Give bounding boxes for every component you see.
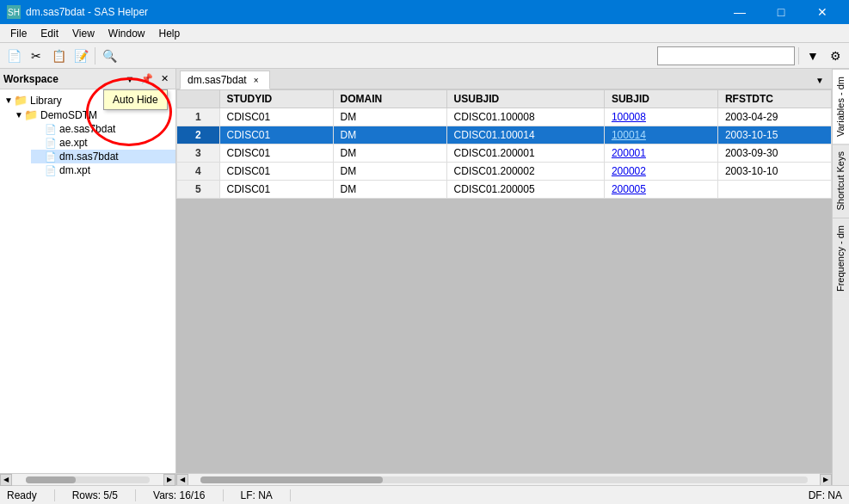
toolbar-cut-btn[interactable]: ✂ [26, 46, 46, 66]
cell-rownum: 4 [177, 163, 220, 181]
h-scrollbar[interactable]: ◀ ▶ [176, 473, 832, 485]
h-scroll-right[interactable]: ▶ [820, 474, 832, 486]
subjid-link[interactable]: 100014 [612, 129, 646, 141]
status-bar: Ready Rows: 5/5 Vars: 16/16 LF: NA DF: N… [0, 485, 849, 504]
ws-scroll-left[interactable]: ◀ [0, 474, 12, 486]
tab-close-btn[interactable]: × [250, 74, 262, 86]
tab-dm-sas7bdat[interactable]: dm.sas7bdat × [180, 71, 270, 89]
menu-help[interactable]: Help [152, 26, 188, 41]
root-toggle[interactable]: ▼ [3, 95, 14, 106]
cell-usubjid: CDISC01.100008 [446, 108, 604, 126]
cell-subjid: 100014 [604, 126, 717, 144]
cell-domain: DM [333, 144, 446, 163]
cell-rownum: 3 [177, 144, 220, 163]
table-row[interactable]: 4CDISC01DMCDISC01.2000022000022003-10-10 [177, 163, 832, 181]
tabs-dropdown-btn[interactable]: ▼ [811, 71, 828, 89]
vtab-variables[interactable]: Variables - dm [833, 69, 850, 144]
status-lf: LF: NA [241, 489, 273, 501]
status-sep-4 [290, 489, 291, 501]
status-ready: Ready [7, 489, 37, 501]
toolbar-copy-btn[interactable]: 📋 [48, 46, 69, 66]
subjid-link[interactable]: 100008 [612, 111, 646, 123]
menu-window[interactable]: Window [102, 26, 152, 41]
ws-scroll-right[interactable]: ▶ [163, 474, 175, 486]
workspace-pin-btn[interactable]: 📌 [139, 71, 155, 87]
status-rows: Rows: 5/5 [72, 489, 118, 501]
cell-domain: DM [333, 126, 446, 144]
workspace-panel: Workspace ▼ 📌 ✕ Auto Hide ▼ 📁 Library ▼ [0, 69, 176, 485]
col-subjid[interactable]: SUBJID [604, 90, 717, 108]
app-icon-text: SH [8, 8, 20, 17]
ae-xpt-icon: 📄 [45, 138, 57, 149]
window-controls: — □ ✕ [720, 0, 842, 24]
subjid-link[interactable]: 200002 [612, 165, 646, 177]
workspace-close-btn[interactable]: ✕ [157, 71, 172, 87]
cell-studyid: CDISC01 [219, 163, 333, 181]
col-rfstdtc[interactable]: RFSTDTC [717, 90, 831, 108]
toolbar-search-btn[interactable]: 🔍 [99, 46, 120, 66]
menu-edit[interactable]: Edit [34, 26, 65, 41]
filter-button[interactable]: ▼ [803, 46, 823, 66]
data-table: STUDYID DOMAIN USUBJID SUBJID RFSTDTC 1C… [176, 89, 832, 199]
tree-ae-xpt[interactable]: 📄 ae.xpt [31, 136, 175, 150]
data-table-container[interactable]: STUDYID DOMAIN USUBJID SUBJID RFSTDTC 1C… [176, 89, 832, 473]
app-icon: SH [7, 5, 21, 19]
cell-studyid: CDISC01 [219, 144, 333, 163]
workspace-dropdown-btn[interactable]: ▼ [122, 71, 138, 87]
dm-xpt-label: dm.xpt [59, 164, 90, 176]
subjid-link[interactable]: 200005 [612, 183, 646, 195]
h-scroll-thumb [200, 476, 383, 483]
toolbar-paste-btn[interactable]: 📝 [71, 46, 91, 66]
dm-sas7bdat-label: dm.sas7bdat [59, 151, 119, 163]
workspace-scrollbar[interactable]: ◀ ▶ [0, 473, 175, 485]
cell-rownum: 2 [177, 126, 220, 144]
status-sep-1 [54, 489, 55, 501]
maximize-button[interactable]: □ [761, 0, 801, 24]
toolbar-separator-2 [798, 47, 799, 65]
col-usubjid[interactable]: USUBJID [446, 90, 604, 108]
menu-file[interactable]: File [3, 26, 34, 41]
cell-rownum: 1 [177, 108, 220, 126]
title-bar: SH dm.sas7bdat - SAS Helper — □ ✕ [0, 0, 849, 24]
toolbar-new-btn[interactable]: 📄 [3, 46, 24, 66]
vtab-frequency[interactable]: Frequency - dm [833, 218, 850, 298]
cell-usubjid: CDISC01.200001 [446, 144, 604, 163]
menu-view[interactable]: View [65, 26, 102, 41]
cell-usubjid: CDISC01.100014 [446, 126, 604, 144]
ae-sas7bdat-label: ae.sas7bdat [59, 123, 115, 135]
menu-bar: File Edit View Window Help [0, 24, 849, 43]
filter-config-btn[interactable]: ⚙ [825, 46, 846, 66]
col-studyid[interactable]: STUDYID [219, 90, 333, 108]
table-body: 1CDISC01DMCDISC01.1000081000082003-04-29… [177, 108, 832, 199]
ws-scroll-thumb [26, 476, 76, 483]
close-button[interactable]: ✕ [803, 0, 842, 24]
workspace-header-controls: ▼ 📌 ✕ [122, 71, 172, 87]
table-row[interactable]: 1CDISC01DMCDISC01.1000081000082003-04-29 [177, 108, 832, 126]
tree-dm-xpt[interactable]: 📄 dm.xpt [31, 163, 175, 177]
cell-usubjid: CDISC01.200002 [446, 163, 604, 181]
demosdt-label: DemoSDTM [40, 109, 97, 121]
table-row[interactable]: 5CDISC01DMCDISC01.200005200005 [177, 181, 832, 199]
content-area: dm.sas7bdat × ▼ STUDYID DOMAIN USUBJID S… [176, 69, 832, 485]
demosdt-toggle[interactable]: ▼ [14, 110, 24, 120]
table-row[interactable]: 2CDISC01DMCDISC01.1000141000142003-10-15 [177, 126, 832, 144]
workspace-header: Workspace ▼ 📌 ✕ [0, 69, 175, 89]
tree-ae-sas7bdat[interactable]: 📄 ae.sas7bdat [31, 122, 175, 136]
col-domain[interactable]: DOMAIN [333, 90, 446, 108]
dm-sas7bdat-icon: 📄 [45, 151, 57, 163]
workspace-tree[interactable]: ▼ 📁 Library ▼ 📁 DemoSDTM 📄 ae.sas7bdat [0, 89, 175, 473]
ae-sas7bdat-icon: 📄 [45, 124, 57, 135]
h-scroll-track [200, 476, 808, 483]
subjid-link[interactable]: 200001 [612, 147, 646, 159]
h-scroll-left[interactable]: ◀ [176, 474, 188, 486]
window-title: dm.sas7bdat - SAS Helper [26, 6, 148, 18]
search-input[interactable] [657, 46, 795, 65]
minimize-button[interactable]: — [720, 0, 760, 24]
cell-domain: DM [333, 181, 446, 199]
table-row[interactable]: 3CDISC01DMCDISC01.2000012000012003-09-30 [177, 144, 832, 163]
ws-scroll-track [26, 476, 150, 483]
cell-subjid: 200005 [604, 181, 717, 199]
vtab-shortcuts[interactable]: Shortcut Keys [833, 144, 850, 217]
table-header-row: STUDYID DOMAIN USUBJID SUBJID RFSTDTC [177, 90, 832, 108]
tree-dm-sas7bdat[interactable]: 📄 dm.sas7bdat [31, 150, 175, 163]
